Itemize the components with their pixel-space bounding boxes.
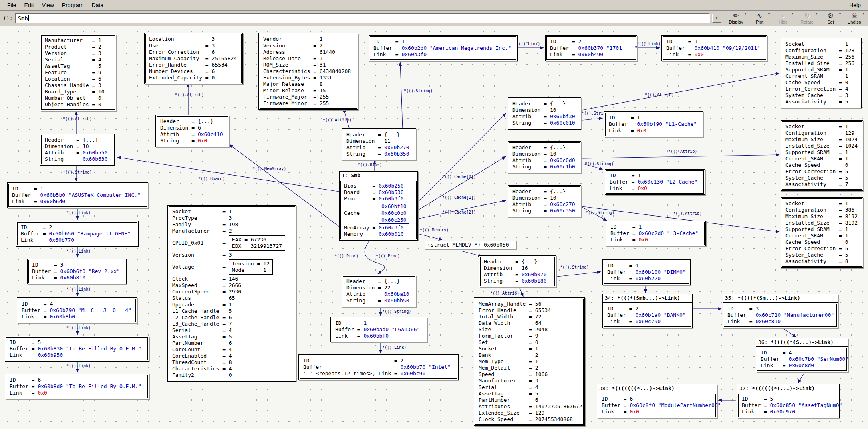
plot-button[interactable]: ∿▾Plot (748, 11, 771, 26)
menu-file[interactable]: File (3, 1, 20, 9)
field-value[interactable]: 0x60c8f0 "ModulePartNumber00" (630, 402, 721, 409)
display-box-id_asus[interactable]: ID=1Buffer=0x60b5b0 "ASUSTeK Computer IN… (7, 182, 148, 208)
field-value[interactable]: 0x60b270 (384, 144, 409, 151)
menu-help[interactable]: Help (845, 1, 865, 9)
field-value[interactable]: 0x60c130 "L2-Cache" (638, 179, 697, 185)
field-value[interactable]: 0x0 (638, 237, 648, 243)
display-box-hdr_proc[interactable]: Header={...}Dimension=22Attrib=0x60ba10S… (342, 275, 416, 307)
display-box-id_oem2[interactable]: ID=6Buffer=0x60b8d0 "To Be Filled By O.E… (5, 374, 149, 399)
field-value[interactable]: 0x60c1b0 (550, 164, 575, 170)
field-value[interactable]: 0x60bad0 "LGA1366" (363, 326, 420, 333)
field-value[interactable]: 0x0 (637, 127, 646, 134)
field-value[interactable]: 0x60b100 "DIMM0" (635, 269, 685, 275)
field-value[interactable]: 0x0 (630, 409, 639, 415)
argument-dropdown-button[interactable]: ▼ (712, 14, 721, 23)
display-box-id_l1c[interactable]: ID=1Buffer=0x60bf90 "L1-Cache"Link=0x0 (604, 111, 703, 137)
display-box-l35[interactable]: 35: *((((*(Sm...)->Link)ID=3Buffer=0x60c… (723, 294, 838, 328)
field-value[interactable]: 0x60b6d0 (40, 198, 65, 205)
field-value[interactable]: 0x60b630 (83, 156, 108, 162)
display-box-hdr_c2[interactable]: Header={...}Dimension=10Attrib=0x60c270S… (508, 185, 581, 217)
pointer-array-cell[interactable]: 0x60c250 (379, 217, 409, 223)
field-value[interactable]: 0x60b2d0 "American Megatrends Inc." (401, 45, 511, 51)
display-box-id_intel[interactable]: ID=2Buffer=0x60bb70 "Intel"' ' <repeats … (298, 354, 459, 380)
field-value[interactable]: 0x60b530 (379, 189, 404, 196)
display-box-id_am[interactable]: ID=1Buffer=0x60b2d0 "American Megatrends… (369, 35, 518, 61)
display-box-hdr_c0[interactable]: Header={...}Dimension=10Attrib=0x60bf30S… (508, 97, 581, 130)
field-value[interactable]: 0x60b950 (38, 352, 63, 358)
field-value[interactable]: 0x60b810 (60, 275, 85, 281)
field-value[interactable]: 0x60b490 (578, 51, 603, 58)
display-box-id_dimm[interactable]: ID=1Buffer=0x60b100 "DIMM0"Link=0x60b220 (602, 259, 691, 285)
display-box-hdr_memarr[interactable]: Header={...}Dimension=6Attrib=0x60c410St… (155, 115, 229, 147)
field-value[interactable]: 0x60b830 "To Be Filled By O.E.M." (38, 346, 141, 352)
field-value[interactable]: 0x60c7b0 "SerNum00" (789, 356, 848, 362)
display-box-manuf[interactable]: Manufacturer=1Product=2Version=3Serial=4… (40, 34, 116, 111)
field-value[interactable]: 0x60b770 (49, 237, 74, 243)
field-value[interactable]: 0x60b410 "09/19/2011" (694, 45, 760, 51)
field-value[interactable]: 0x60c2d0 "L3-Cache" (638, 230, 698, 237)
field-value[interactable]: 0x60b370 "1701 " (578, 45, 638, 51)
display-box-id_l3c[interactable]: ID=1Buffer=0x60c2d0 "L3-Cache"Link=0x0 (606, 221, 706, 246)
field-value[interactable]: 0x60c970 (770, 409, 795, 415)
display-box-hdr_c1[interactable]: Header={...}Dimension=10Attrib=0x60c0d0S… (508, 141, 581, 173)
field-value[interactable]: 0x60b9f0 (379, 196, 404, 202)
display-box-l37[interactable]: 37: *((((((*(...)->Link)ID=5Buffer=0x60c… (737, 384, 840, 418)
menu-data[interactable]: Data (88, 1, 108, 9)
display-box-memdev[interactable]: MemArray_Handle=56Error_Handle=65534Tota… (474, 297, 585, 426)
field-value[interactable]: 0x0 (38, 390, 47, 396)
field-value[interactable]: 0x60c830 (755, 318, 781, 325)
display-box-hdr_bios[interactable]: Header={...}Dimension=11Attrib=0x60b270S… (342, 128, 416, 160)
field-value[interactable]: 0x60b550 (83, 150, 108, 156)
field-value[interactable]: 0x60bb50 (384, 297, 409, 304)
field-value[interactable]: 0x60c8d0 (789, 362, 814, 369)
display-box-id_1701[interactable]: ID=2Buffer=0x60b370 "1701 "Link=0x60b490 (545, 35, 637, 61)
field-value[interactable]: 0x60c850 "AssetTagNum0" (770, 402, 842, 409)
display-box-l34[interactable]: 34: *(((*(Smb...)->Link)ID=2Buffer=0x60b… (602, 294, 693, 328)
field-value[interactable]: 0x60c410 (198, 131, 223, 138)
display-box-hdr_mem[interactable]: Header={...}Dimension=16Attrib=0x60b070S… (479, 255, 556, 287)
field-value[interactable]: 0x60c0d0 (550, 157, 575, 164)
set-button[interactable]: ⚙▾Set (819, 11, 842, 26)
field-value[interactable]: 0x60bb70 "Intel" (401, 364, 451, 370)
display-box-id_date[interactable]: ID=3Buffer=0x60b410 "09/19/2011"Link=0x0 (661, 35, 767, 61)
menu-program[interactable]: Program (58, 1, 88, 9)
argument-field[interactable]: Smb (15, 13, 710, 23)
field-value[interactable]: 0x60b8b0 (50, 314, 75, 320)
field-value[interactable]: 0x60bf90 "L1-Cache" (637, 121, 697, 127)
field-value[interactable]: 0x0 (638, 185, 647, 192)
display-box-hdr_board[interactable]: Header={...}Dimension=10Attrib=0x60b550S… (40, 134, 115, 166)
display-box-proc[interactable]: Socket=1ProcType=3Family=198Manufacturer… (167, 205, 296, 382)
field-value[interactable]: 0x60b3f0 (401, 51, 427, 58)
field-value[interactable]: 0x60bc90 (401, 370, 426, 377)
field-value[interactable]: 0x60c710 "Manufacturer00" (755, 312, 834, 318)
display-box-l3_attr[interactable]: Socket=1Configuration=386Maximum_Size=81… (781, 197, 863, 268)
display-box-smb[interactable]: 1: SmbBios=0x60b250Board=0x60b530Proc=0x… (339, 171, 418, 241)
display-box-l38[interactable]: 38: *(((((((*...)->Link)ID=6Buffer=0x60c… (597, 384, 717, 418)
field-value[interactable]: 0x0 (198, 138, 207, 144)
display-button[interactable]: ✏▾Display (724, 11, 748, 26)
display-box-id_rev[interactable]: ID=3Buffer=0x60b6f0 "Rev 2.xx"Link=0x60b… (27, 259, 127, 284)
field-value[interactable]: 0x60b5b0 "ASUSTeK Computer INC." (40, 192, 140, 198)
display-box-l1_attr[interactable]: Socket=1Configuration=128Maximum_Size=25… (781, 38, 862, 108)
field-value[interactable]: 0x60b180 (522, 278, 547, 284)
display-box-id_lga[interactable]: ID=1Buffer=0x60bad0 "LGA1366"Link=0x60bb… (330, 317, 427, 342)
field-value[interactable]: 0x60b010 (379, 231, 404, 237)
field-value[interactable]: 0x60b1a0 "BANK0" (635, 312, 685, 318)
display-box-id_oem1[interactable]: ID=5Buffer=0x60b830 "To Be Filled By O.E… (5, 336, 149, 362)
display-box-memdev_cast[interactable]: (struct MEMDEV *) 0x60b050 (425, 241, 516, 249)
display-box-l2_attr[interactable]: Socket=1Configuration=129Maximum_Size=10… (781, 120, 863, 191)
display-box-id_ramp[interactable]: ID=2Buffer=0x60b650 "Rampage II GENE"Lin… (16, 221, 139, 247)
field-value[interactable]: 0x60c3f0 (379, 225, 404, 231)
field-value[interactable]: 0x60bbf0 (363, 333, 389, 339)
field-value[interactable]: 0x60bf30 (550, 113, 575, 120)
pointer-array-cell[interactable]: 0x60bf10 (379, 203, 409, 210)
field-value[interactable]: 0x60b350 (384, 151, 409, 157)
pointer-array-cell[interactable]: 0x60c0b0 (379, 210, 409, 217)
field-value[interactable]: 0x60b070 (522, 271, 547, 278)
field-value[interactable]: 0x60ba10 (384, 291, 409, 297)
display-box-bios_attr[interactable]: Vendor=1Version=2Address=61440Release_Da… (258, 33, 358, 110)
field-value[interactable]: 0x60b790 "M C J O 4" (50, 307, 131, 314)
undisp-button[interactable]: ☠▾Undisp (842, 11, 866, 26)
field-value[interactable]: 0x60c270 (550, 201, 575, 208)
menu-view[interactable]: View (38, 1, 58, 9)
